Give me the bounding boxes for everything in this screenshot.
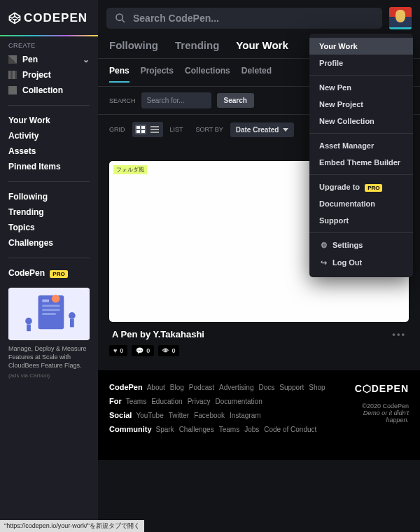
- footer-link-advertising[interactable]: Advertising: [219, 384, 253, 391]
- svg-rect-2: [42, 300, 49, 302]
- divider: [8, 258, 90, 258]
- sidebar-item-challenges[interactable]: Challenges: [0, 235, 98, 251]
- footer-head: CodePen: [109, 383, 143, 391]
- dropdown-settings[interactable]: ⚙Settings: [309, 237, 413, 254]
- footer-link-teams[interactable]: Teams: [219, 426, 239, 433]
- comment-icon: 💬: [136, 347, 144, 354]
- footer-link-spark[interactable]: Spark: [156, 426, 174, 433]
- sidebar-item-assets[interactable]: Assets: [0, 144, 98, 159]
- heart-icon: ♥: [113, 347, 117, 354]
- ad-via[interactable]: (ads via Carbon): [0, 370, 98, 382]
- footer-copyright: ©2020 CodePen: [340, 402, 409, 410]
- footer-link-twitter[interactable]: Twitter: [169, 412, 189, 419]
- svg-point-6: [25, 318, 32, 325]
- stat-likes[interactable]: ♥0: [109, 345, 127, 356]
- footer-link-documentation[interactable]: Documentation: [215, 398, 262, 405]
- footer-head: For: [109, 397, 122, 405]
- footer-link-teams[interactable]: Teams: [126, 398, 146, 405]
- list-icon: [150, 126, 159, 133]
- footer-link-support[interactable]: Support: [279, 384, 304, 391]
- sidebar-item-activity[interactable]: Activity: [0, 128, 98, 144]
- search-input[interactable]: [133, 13, 374, 24]
- subtab-collections[interactable]: Collections: [185, 60, 230, 82]
- topbar: [98, 0, 420, 36]
- dropdown-support[interactable]: Support: [309, 212, 413, 229]
- likes-count: 0: [120, 347, 123, 354]
- sidebar-item-trending[interactable]: Trending: [0, 204, 98, 220]
- ad-text[interactable]: Manage, Deploy & Measure Features at Sca…: [0, 344, 98, 370]
- sidebar-create-collection[interactable]: Collection: [0, 83, 98, 98]
- create-label: Collection: [22, 85, 63, 95]
- footer-link-youtube[interactable]: YouTube: [136, 412, 163, 419]
- subtab-deleted[interactable]: Deleted: [241, 60, 272, 82]
- footer-row-for: ForTeamsEducationPrivacyDocumentation: [109, 397, 330, 405]
- dropdown-documentation[interactable]: Documentation: [309, 195, 413, 212]
- user-avatar[interactable]: [389, 7, 412, 29]
- sidebar-codepen-pro[interactable]: CodePen PRO: [0, 265, 98, 281]
- footer-right: C⬡DEPEN ©2020 CodePen Demo or it didn't …: [340, 383, 409, 439]
- sortby-select[interactable]: Date Created: [230, 122, 295, 137]
- footer-head: Social: [109, 411, 132, 419]
- dropdown-upgrade[interactable]: Upgrade to PRO: [309, 178, 413, 195]
- divider: [8, 105, 90, 106]
- footer-link-jobs[interactable]: Jobs: [244, 426, 259, 433]
- gear-icon: ⚙: [319, 241, 328, 250]
- tab-following[interactable]: Following: [109, 39, 158, 51]
- views-count: 0: [172, 347, 175, 354]
- filter-search-input[interactable]: [141, 92, 211, 108]
- dropdown-your-work[interactable]: Your Work: [309, 38, 413, 55]
- footer-link-instagram[interactable]: Instagram: [230, 412, 260, 419]
- footer-link-blog[interactable]: Blog: [170, 384, 184, 391]
- svg-point-8: [69, 312, 76, 319]
- svg-rect-4: [42, 309, 59, 311]
- filter-search-button[interactable]: Search: [217, 93, 254, 108]
- list-view-button[interactable]: [149, 125, 160, 134]
- sidebar-create-project[interactable]: Project: [0, 67, 98, 83]
- grid-view-button[interactable]: [135, 125, 146, 134]
- sidebar-item-topics[interactable]: Topics: [0, 220, 98, 235]
- svg-rect-3: [42, 304, 59, 307]
- sidebar-create-pen[interactable]: Pen⌄: [0, 52, 98, 67]
- tab-trending[interactable]: Trending: [175, 39, 219, 51]
- pen-icon: [8, 55, 17, 64]
- dropdown-profile[interactable]: Profile: [309, 55, 413, 71]
- footer-link-podcast[interactable]: Podcast: [189, 384, 214, 391]
- dropdown-new-pen[interactable]: New Pen: [309, 79, 413, 96]
- footer-link-facebook[interactable]: Facebook: [194, 412, 225, 419]
- dropdown-new-project[interactable]: New Project: [309, 96, 413, 113]
- tab-your-work[interactable]: Your Work: [236, 39, 288, 51]
- sidebar-item-your-work[interactable]: Your Work: [0, 113, 98, 128]
- footer-link-shop[interactable]: Shop: [309, 384, 325, 391]
- grid-label: GRID: [109, 126, 125, 133]
- logo[interactable]: CODEPEN: [0, 0, 98, 35]
- pen-more-button[interactable]: •••: [392, 329, 406, 340]
- subtab-pens[interactable]: Pens: [109, 60, 130, 83]
- footer-link-education[interactable]: Education: [151, 398, 182, 405]
- footer-head: Community: [109, 425, 152, 433]
- footer-link-docs[interactable]: Docs: [258, 384, 274, 391]
- sidebar-item-following[interactable]: Following: [0, 189, 98, 204]
- stat-comments[interactable]: 💬0: [132, 345, 154, 356]
- svg-rect-14: [141, 126, 145, 129]
- svg-rect-9: [70, 319, 74, 328]
- dropdown-log-out[interactable]: ↪Log Out: [309, 254, 413, 272]
- pen-title[interactable]: A Pen by Y.Takahashi: [112, 329, 204, 340]
- dropdown-asset-manager[interactable]: Asset Manager: [309, 137, 413, 154]
- footer-link-code-of-conduct[interactable]: Code of Conduct: [264, 426, 316, 433]
- stat-views[interactable]: 👁0: [158, 345, 179, 356]
- create-label: Pen: [22, 55, 38, 64]
- search-bar[interactable]: [106, 8, 382, 29]
- footer-link-about[interactable]: About: [147, 384, 165, 391]
- footer-link-privacy[interactable]: Privacy: [188, 398, 211, 405]
- user-dropdown: Your WorkProfile New PenNew ProjectNew C…: [309, 34, 413, 277]
- pro-badge: PRO: [365, 184, 382, 192]
- carbon-ad[interactable]: [8, 288, 90, 340]
- subtab-projects[interactable]: Projects: [141, 60, 174, 82]
- dropdown-divider: [309, 174, 413, 175]
- dropdown-embed-theme-builder[interactable]: Embed Theme Builder: [309, 154, 413, 171]
- svg-rect-17: [150, 126, 159, 127]
- proj-icon: [8, 71, 17, 79]
- footer-link-challenges[interactable]: Challenges: [179, 426, 214, 433]
- dropdown-new-collection[interactable]: New Collection: [309, 113, 413, 130]
- sidebar-item-pinned-items[interactable]: Pinned Items: [0, 159, 98, 174]
